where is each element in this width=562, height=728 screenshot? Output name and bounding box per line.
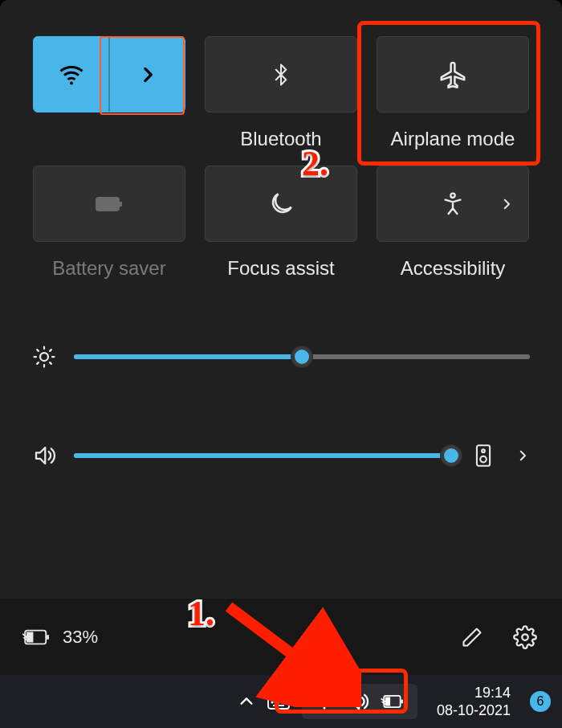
- wifi-toggle-button[interactable]: [34, 37, 108, 112]
- quick-settings-footer: 33%: [0, 599, 562, 675]
- battery-saver-label: Battery saver: [33, 257, 185, 280]
- volume-slider[interactable]: [74, 453, 451, 458]
- wifi-icon: [57, 60, 86, 89]
- accessibility-icon: [440, 191, 466, 217]
- volume-icon: [32, 444, 56, 468]
- svg-point-22: [278, 701, 279, 702]
- system-tray: 19:14 08-10-2021 6: [238, 684, 562, 720]
- accessibility-tile[interactable]: [377, 166, 529, 242]
- brightness-icon: [32, 345, 56, 369]
- notification-count-badge[interactable]: 6: [530, 691, 551, 712]
- svg-point-0: [70, 81, 73, 84]
- taskbar-time: 19:14: [437, 684, 511, 702]
- battery-saver-tile[interactable]: [33, 166, 185, 242]
- volume-icon: [347, 690, 369, 713]
- svg-point-12: [522, 634, 528, 640]
- svg-point-3: [450, 193, 454, 197]
- tray-overflow-button[interactable]: [238, 693, 255, 710]
- notification-count-text: 6: [537, 694, 544, 709]
- svg-point-16: [275, 698, 275, 699]
- quick-settings-tiles: Bluetooth Airplane mode: [0, 0, 562, 280]
- svg-point-7: [482, 449, 485, 452]
- focus-assist-tile[interactable]: [205, 166, 357, 242]
- svg-rect-10: [47, 635, 49, 640]
- svg-point-21: [275, 701, 275, 702]
- bluetooth-icon: [269, 59, 293, 90]
- quick-settings-panel: Bluetooth Airplane mode: [0, 0, 562, 675]
- svg-point-18: [281, 698, 282, 699]
- touch-keyboard-button[interactable]: [267, 692, 291, 711]
- taskbar: 19:14 08-10-2021 6: [0, 675, 562, 728]
- wifi-icon: [313, 690, 336, 713]
- bluetooth-tile[interactable]: [205, 36, 357, 112]
- chevron-right-icon[interactable]: [515, 448, 530, 463]
- footer-battery-status[interactable]: 33%: [22, 627, 98, 648]
- airplane-icon: [438, 59, 468, 90]
- settings-button[interactable]: [511, 623, 540, 652]
- svg-point-19: [284, 698, 285, 699]
- volume-slider-row: [32, 441, 530, 470]
- airplane-tile-label: Airplane mode: [377, 128, 529, 150]
- taskbar-clock[interactable]: 19:14 08-10-2021: [437, 684, 511, 720]
- sliders-section: [0, 280, 562, 470]
- svg-point-17: [278, 698, 279, 699]
- svg-point-4: [40, 353, 48, 361]
- airplane-mode-tile[interactable]: [377, 36, 529, 112]
- svg-point-25: [324, 707, 326, 710]
- network-volume-battery-button[interactable]: [302, 684, 417, 719]
- moon-icon: [267, 190, 295, 218]
- svg-point-23: [281, 701, 282, 702]
- svg-rect-2: [120, 202, 122, 207]
- taskbar-date: 08-10-2021: [437, 701, 511, 720]
- svg-marker-26: [351, 694, 360, 710]
- svg-rect-28: [401, 700, 402, 704]
- svg-point-15: [271, 698, 272, 699]
- svg-point-8: [480, 456, 487, 463]
- svg-point-24: [284, 701, 285, 702]
- chevron-right-icon: [499, 197, 514, 211]
- wifi-tile[interactable]: [33, 36, 185, 112]
- brightness-slider[interactable]: [74, 354, 530, 359]
- svg-marker-5: [36, 448, 45, 464]
- svg-point-20: [271, 701, 272, 702]
- battery-saver-icon: [93, 192, 125, 216]
- battery-charging-icon: [22, 627, 53, 648]
- bluetooth-tile-label: Bluetooth: [205, 128, 357, 150]
- edit-quick-settings-button[interactable]: [458, 623, 487, 652]
- brightness-slider-row: [32, 345, 530, 369]
- accessibility-label: Accessibility: [377, 257, 529, 280]
- chevron-right-icon: [137, 64, 158, 85]
- focus-assist-label: Focus assist: [205, 257, 357, 280]
- footer-battery-text: 33%: [63, 627, 98, 648]
- wifi-expand-button[interactable]: [110, 37, 185, 112]
- battery-charging-icon: [381, 693, 406, 710]
- audio-output-button[interactable]: [469, 441, 498, 470]
